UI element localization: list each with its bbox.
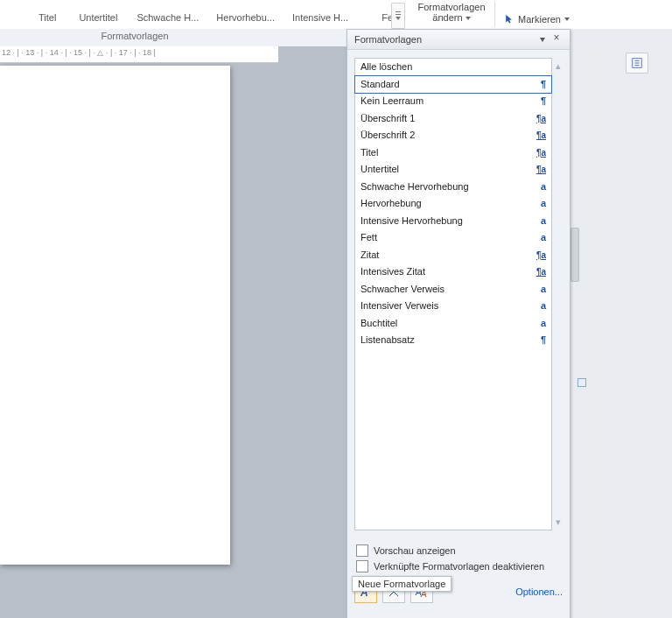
style-item[interactable]: Zitat¶a (355, 247, 551, 264)
character-style-icon: a (534, 195, 546, 213)
style-item-label: Fett (360, 229, 377, 247)
style-item-label: Überschrift 1 (360, 110, 415, 128)
split-handle[interactable] (578, 378, 586, 387)
checkbox-box (356, 560, 368, 572)
style-item[interactable]: Hervorhebunga (355, 195, 551, 213)
styles-pane-title-bar[interactable]: Formatvorlagen × (347, 30, 570, 50)
style-gallery: Titel Untertitel Schwache H... Hervorheb… (0, 0, 403, 29)
styles-list-scrollbar[interactable]: ▴ ▾ (552, 59, 564, 530)
style-item-label: Untertitel (360, 161, 399, 179)
style-item[interactable]: Standard¶ (354, 75, 552, 95)
style-item[interactable]: Kein Leerraum¶ (355, 93, 551, 110)
checkbox-box (356, 544, 368, 557)
disable-linked-checkbox-label: Verknüpfte Formatvorlagen deaktivieren (374, 561, 544, 572)
ribbon-separator (494, 2, 495, 27)
cursor-icon (504, 13, 514, 25)
character-style-icon: a (534, 179, 546, 196)
paragraph-mark-icon: ¶ (534, 93, 546, 110)
scroll-thumb[interactable] (570, 228, 579, 282)
paragraph-mark-icon: ¶ (534, 332, 546, 349)
ruler-ticks: 12 · | · 13 · | · 14 · | · 15 · | · △ · … (2, 48, 156, 60)
style-chip-hervorhebung[interactable]: Hervorhebu... (211, 9, 280, 26)
style-item[interactable]: Überschrift 2¶a (355, 127, 551, 144)
style-item[interactable]: Schwache Hervorhebunga (355, 179, 551, 196)
select-label: Markieren (518, 14, 561, 25)
linked-style-icon: ¶a (534, 161, 546, 179)
close-icon[interactable]: × (550, 32, 563, 45)
style-chip-intensive[interactable]: Intensive H... (287, 9, 354, 26)
style-item-label: Zitat (360, 247, 379, 264)
pane-menu-icon[interactable] (540, 38, 545, 42)
document-page[interactable] (0, 66, 230, 565)
styles-pane: Formatvorlagen × Alle löschenStandard¶Ke… (346, 29, 570, 618)
character-style-icon: a (534, 298, 546, 315)
style-item-label: Standard (360, 76, 400, 94)
change-styles-label-1: Formatvorlagen (410, 2, 494, 12)
paragraph-mark-icon: ¶ (534, 76, 546, 94)
style-item-label: Buchtitel (360, 315, 397, 333)
character-style-icon: a (534, 281, 546, 298)
style-item[interactable]: Fetta (355, 229, 551, 247)
character-style-icon: a (534, 229, 546, 247)
vertical-scrollbar[interactable] (586, 46, 601, 618)
style-item-label: Intensive Hervorhebung (360, 213, 463, 230)
style-item-label: Intensiver Verweis (360, 298, 438, 315)
horizontal-ruler[interactable]: 12 · | · 13 · | · 14 · | · 15 · | · △ · … (0, 46, 278, 63)
style-item-label: Intensives Zitat (360, 263, 425, 281)
linked-style-icon: ¶a (534, 110, 546, 128)
style-chip-schwache[interactable]: Schwache H... (131, 9, 204, 26)
style-item[interactable]: Intensive Hervorhebunga (355, 213, 551, 230)
styles-pane-options: Vorschau anzeigen Verknüpfte Formatvorla… (356, 543, 557, 574)
style-item[interactable]: Listenabsatz¶ (355, 332, 551, 349)
styles-pane-title: Formatvorlagen (354, 34, 422, 45)
linked-style-icon: ¶a (534, 144, 546, 162)
preview-checkbox[interactable]: Vorschau anzeigen (356, 543, 557, 558)
linked-style-icon: ¶a (534, 127, 546, 144)
style-item[interactable]: Titel¶a (355, 144, 551, 162)
style-item[interactable]: Schwacher Verweisa (355, 281, 551, 298)
chevron-down-icon[interactable]: ▾ (552, 516, 564, 528)
style-item-label: Schwacher Verweis (360, 281, 444, 298)
change-styles-label-2: ändern (410, 12, 494, 23)
style-chip-untertitel[interactable]: Untertitel (74, 9, 122, 26)
style-chip-titel[interactable]: Titel (33, 9, 61, 26)
style-item[interactable]: Buchtitela (355, 315, 551, 333)
style-gallery-more-button[interactable] (391, 3, 405, 29)
linked-style-icon: ¶a (534, 247, 546, 264)
style-item-label: Kein Leerraum (360, 93, 424, 110)
style-item[interactable]: Überschrift 1¶a (355, 110, 551, 128)
ribbon-group-label: Formatvorlagen (47, 31, 222, 41)
style-item-label: Listenabsatz (360, 332, 415, 349)
style-item[interactable]: Intensives Zitat¶a (355, 263, 551, 281)
styles-options-link[interactable]: Optionen... (515, 586, 563, 597)
style-item-label: Hervorhebung (360, 195, 422, 213)
styles-list: Alle löschenStandard¶Kein Leerraum¶Übers… (354, 58, 552, 530)
ribbon: Titel Untertitel Schwache H... Hervorheb… (0, 0, 672, 30)
style-item-label: Schwache Hervorhebung (360, 179, 469, 196)
disable-linked-checkbox[interactable]: Verknüpfte Formatvorlagen deaktivieren (356, 558, 557, 574)
change-styles-button[interactable]: Formatvorlagen ändern (410, 0, 494, 29)
character-style-icon: a (534, 213, 546, 230)
tooltip: Neue Formatvorlage (352, 576, 452, 592)
gear-icon (631, 57, 643, 69)
character-style-icon: a (534, 315, 546, 333)
task-pane-toggle[interactable] (626, 53, 648, 74)
style-item-label: Überschrift 2 (360, 127, 415, 144)
right-rail (570, 29, 672, 618)
chevron-up-icon[interactable]: ▴ (552, 60, 564, 72)
style-item[interactable]: Untertitel¶a (355, 161, 551, 179)
style-item[interactable]: Alle löschen (355, 59, 551, 76)
select-button[interactable]: Markieren (504, 12, 570, 26)
style-item-label: Titel (360, 144, 378, 162)
style-item-label: Alle löschen (360, 59, 412, 76)
style-item[interactable]: Intensiver Verweisa (355, 298, 551, 315)
linked-style-icon: ¶a (534, 263, 546, 281)
preview-checkbox-label: Vorschau anzeigen (374, 545, 456, 556)
